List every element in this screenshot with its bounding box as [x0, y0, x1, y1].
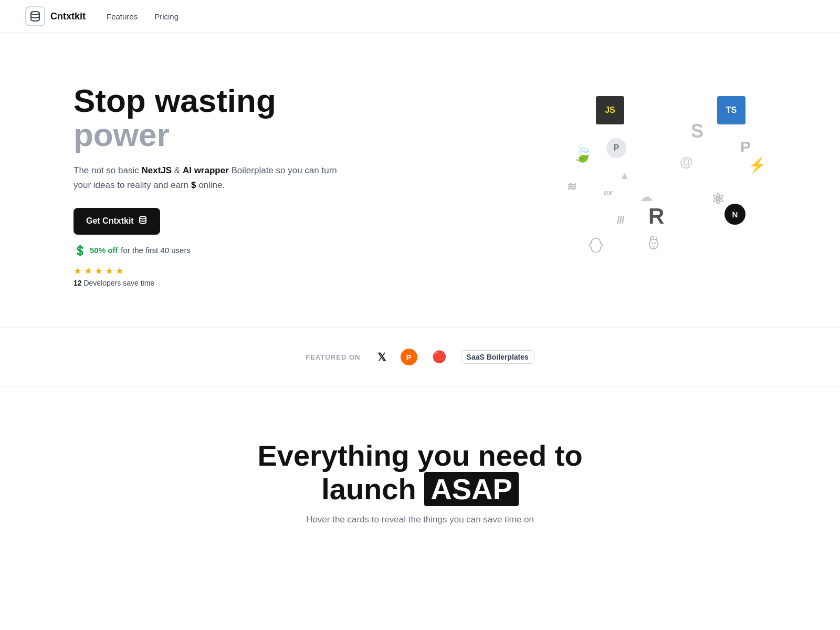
- devs-text: 12 Developers save time: [74, 279, 346, 287]
- logo-link[interactable]: Cntxtkit: [25, 6, 86, 26]
- star-5: ★: [116, 265, 124, 277]
- ai-wrapper-bold: AI wrapper: [183, 165, 229, 175]
- discount-badge: 💲 50% off for the first 40 users: [74, 244, 346, 257]
- section2: Everything you need to launch ASAP Hover…: [0, 387, 840, 556]
- nav-pricing[interactable]: Pricing: [154, 12, 178, 21]
- logo-icon: [25, 6, 45, 26]
- featured-section: FEATURED ON 𝕏 P 🔴 SaaS Boilerplates: [0, 327, 840, 387]
- stars-row: ★ ★ ★ ★ ★: [74, 265, 346, 277]
- cta-label: Get Cntxtkit: [86, 216, 134, 226]
- section2-heading: Everything you need to launch ASAP: [236, 439, 604, 506]
- stripe-icon: S: [691, 120, 704, 142]
- discount-icon: 💲: [74, 244, 87, 257]
- hero-icons: JS TS S 🍃 P @ P ⚡ ≋ ▲ ex ☁ ⚛ /// R N: [567, 96, 766, 275]
- featured-logos: 𝕏 P 🔴 SaaS Boilerplates: [377, 349, 534, 365]
- nav-links: Features Pricing: [107, 12, 178, 21]
- vercel-icon: ▲: [620, 170, 630, 182]
- postgres-icon: [646, 235, 662, 251]
- heading-animated: power: [74, 117, 170, 153]
- drizzle-icon: ///: [617, 214, 624, 226]
- section2-heading-highlight: ASAP: [424, 472, 519, 507]
- hero-description: The not so basic NextJS & AI wrapper Boi…: [74, 163, 346, 192]
- nextjs-bold: NextJS: [141, 165, 172, 175]
- hero-section: Stop wasting power The not so basic Next…: [0, 33, 840, 327]
- devs-count: 12: [74, 279, 82, 287]
- svg-point-3: [652, 243, 653, 244]
- section2-subtext: Hover the cards to reveal the things you…: [25, 514, 815, 525]
- paypal-icon: P: [740, 138, 751, 156]
- featured-saas[interactable]: SaaS Boilerplates: [461, 350, 534, 364]
- react-icon: ⚛: [711, 191, 724, 208]
- svg-point-1: [140, 216, 146, 219]
- producthunt-icon: P: [606, 138, 626, 158]
- ts-icon: TS: [717, 96, 746, 124]
- star-1: ★: [74, 265, 82, 277]
- featured-producthunt[interactable]: P: [401, 349, 417, 365]
- mail-icon: @: [680, 154, 693, 170]
- hero-content: Stop wasting power The not so basic Next…: [74, 83, 346, 287]
- nav-features[interactable]: Features: [107, 12, 138, 21]
- dollar-bold: $: [191, 180, 196, 190]
- featured-x[interactable]: 𝕏: [377, 351, 386, 363]
- star-4: ★: [105, 265, 113, 277]
- star-3: ★: [94, 265, 103, 277]
- hero-heading: Stop wasting power: [74, 83, 346, 152]
- cloud-icon: ☁: [640, 191, 652, 204]
- svg-point-0: [31, 12, 39, 15]
- js-icon: JS: [596, 96, 624, 124]
- featured-reddit[interactable]: 🔴: [432, 350, 446, 364]
- remix-icon: R: [648, 204, 664, 229]
- cta-button[interactable]: Get Cntxtkit: [74, 208, 160, 235]
- logo-text: Cntxtkit: [50, 11, 86, 22]
- express-icon: ex: [604, 188, 613, 197]
- discount-percent: 50% off: [90, 246, 118, 255]
- prisma-icon: 🍃: [572, 143, 593, 163]
- svg-point-2: [649, 239, 658, 249]
- openai-icon: [588, 237, 604, 253]
- navbar: Cntxtkit Features Pricing: [0, 0, 840, 33]
- nextjs-icon: N: [724, 204, 746, 225]
- section2-heading-pre: Everything you need to launch: [257, 439, 582, 506]
- heading-static: Stop wasting: [74, 82, 276, 119]
- star-2: ★: [84, 265, 92, 277]
- lightning-icon: ⚡: [748, 156, 766, 174]
- cta-icon: [138, 215, 148, 227]
- featured-label: FEATURED ON: [306, 353, 360, 361]
- svg-point-4: [654, 243, 656, 244]
- tailwind-icon: ≋: [567, 180, 576, 194]
- discount-text: for the first 40 users: [121, 246, 191, 255]
